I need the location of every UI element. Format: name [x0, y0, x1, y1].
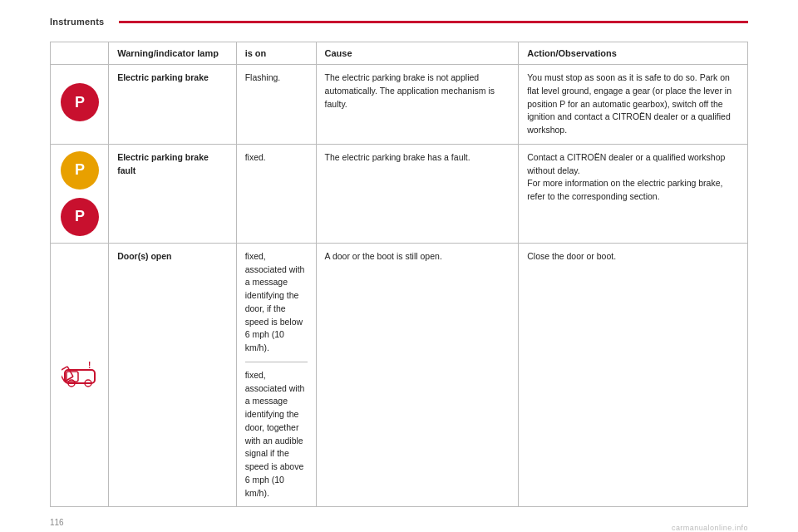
header-accent-line [119, 21, 748, 23]
watermark: carmanualonline.info [672, 524, 748, 532]
action-epb-fault-text: Contact a CITROËN dealer or a qualified … [527, 152, 725, 201]
page-header: Instruments [50, 17, 748, 27]
door-open-icon: ! [59, 354, 101, 396]
page-number: 116 [50, 518, 64, 527]
col-cause: Cause [316, 42, 519, 65]
svg-text:!: ! [88, 361, 91, 370]
table-row: P Electric parking brake Flashing. The e… [51, 65, 748, 145]
warning-epb: Electric parking brake [109, 65, 236, 145]
epb-fault-icon-bottom-letter: P [75, 205, 84, 228]
cause-door: A door or the boot is still open. [316, 243, 519, 507]
ison-epb: Flashing. [236, 65, 316, 145]
icon-cell-door: ! [51, 243, 109, 507]
table-row: ! Door(s) open fixed, associated with a … [51, 243, 748, 507]
epb-icon-letter: P [75, 91, 84, 114]
ison-door-split: fixed, associated with a message identif… [245, 362, 308, 500]
col-warning: Warning/indicator lamp [109, 42, 236, 65]
epb-fault-icon-bottom: P [61, 198, 99, 236]
warning-epb-fault-label: Electric parking brake fault [117, 152, 209, 175]
ison-door: fixed, associated with a message identif… [236, 243, 316, 507]
warning-door-label: Door(s) open [117, 251, 171, 261]
ison-door-part1: fixed, associated with a message identif… [245, 251, 305, 352]
icon-cell-epb: P [51, 65, 109, 145]
col-icon [51, 42, 109, 65]
ison-epb-fault: fixed. [236, 144, 316, 243]
table-header-row: Warning/indicator lamp is on Cause Actio… [51, 42, 748, 65]
warning-table: Warning/indicator lamp is on Cause Actio… [50, 42, 748, 507]
epb-fault-icon-top-letter: P [75, 159, 84, 181]
table-row: P P Electric parking brake fault fixed. … [51, 144, 748, 243]
warning-epb-label: Electric parking brake [117, 72, 209, 82]
icon-cell-epb-fault: P P [51, 144, 109, 243]
action-epb-fault: Contact a CITROËN dealer or a qualified … [519, 144, 748, 243]
page-title: Instruments [50, 17, 104, 27]
page: Instruments Warning/indicator lamp is on… [0, 0, 798, 532]
cause-epb: The electric parking brake is not applie… [316, 65, 519, 145]
warning-door: Door(s) open [109, 243, 236, 507]
epb-fault-icon-top: P [61, 151, 99, 190]
door-svg: ! [62, 357, 98, 393]
action-epb: You must stop as soon as it is safe to d… [519, 65, 748, 145]
ison-door-part2: fixed, associated with a message identif… [245, 370, 305, 498]
cause-epb-fault: The electric parking brake has a fault. [316, 144, 519, 243]
epb-red-icon: P [61, 83, 99, 121]
col-ison: is on [236, 42, 316, 65]
action-door: Close the door or boot. [519, 243, 748, 507]
warning-epb-fault: Electric parking brake fault [109, 144, 236, 243]
col-action: Action/Observations [519, 42, 748, 65]
